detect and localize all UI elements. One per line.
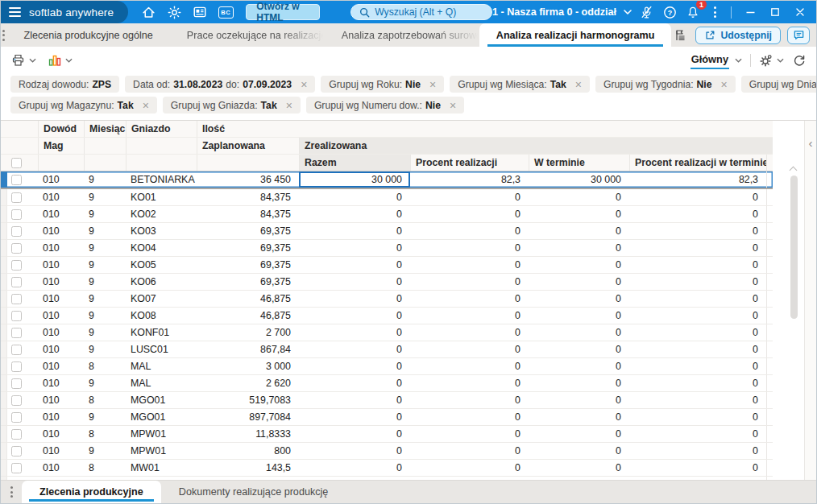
bottom-tab-1[interactable]: Dokumenty realizujące produkcję (161, 481, 346, 503)
cell-mag[interactable]: 010 (38, 240, 84, 256)
cell-razem[interactable]: 0 (299, 308, 410, 324)
cell-zaplanowana[interactable]: 143,5 (197, 460, 299, 476)
cell-procent-realizacji-w-terminie[interactable]: 0 (629, 477, 766, 480)
filter-chip[interactable]: Grupuj wg Miesiąca:Tak× (450, 76, 590, 93)
open-in-html-button[interactable]: Otwórz w HTML (246, 4, 320, 20)
bottom-tab-options-icon[interactable] (1, 481, 22, 503)
cell-miesiac[interactable]: 9 (84, 291, 126, 307)
cell-mag[interactable]: 010 (38, 274, 84, 290)
table-row[interactable]: 0109KO0746,8750000 (1, 291, 773, 308)
filter-chip[interactable]: Grupuj wg Numeru dow.:Nie× (306, 97, 464, 114)
cell-razem[interactable]: 0 (299, 240, 410, 256)
row-checkbox[interactable] (11, 378, 22, 389)
cell-razem[interactable]: 0 (299, 426, 410, 442)
cell-procent-realizacji[interactable]: 0 (410, 291, 529, 307)
table-row[interactable]: 0109MW017430000 (1, 477, 773, 480)
row-checkbox[interactable] (11, 260, 22, 271)
cell-gniazdo[interactable]: MGO01 (126, 392, 197, 408)
cell-razem[interactable]: 0 (299, 392, 410, 408)
cell-razem[interactable]: 0 (299, 206, 410, 222)
refresh-button[interactable] (792, 53, 807, 68)
bell-icon[interactable]: 1 (684, 3, 702, 21)
tab-0[interactable]: Zlecenia produkcyjne ogólne (6, 23, 169, 47)
cell-w-terminie[interactable]: 0 (529, 392, 629, 408)
cell-zaplanowana[interactable]: 897,7084 (197, 409, 299, 425)
column-header-razem[interactable]: Razem (299, 155, 410, 171)
cell-zaplanowana[interactable]: 2 620 (197, 375, 299, 391)
cell-procent-realizacji-w-terminie[interactable]: 0 (629, 257, 766, 273)
column-header-procent-realizacji[interactable]: Procent realizacji (410, 155, 529, 171)
cell-miesiac[interactable]: 9 (84, 189, 126, 205)
column-header-zaplanowana[interactable]: Zaplanowana (197, 138, 299, 154)
close-button[interactable] (790, 3, 810, 21)
table-row[interactable]: 0109BETONIARKA36 45030 00082,330 00082,3 (1, 171, 773, 189)
cell-gniazdo[interactable]: KO03 (126, 223, 197, 239)
minimize-button[interactable] (740, 3, 760, 21)
cell-gniazdo[interactable]: MPW01 (126, 426, 197, 442)
table-row[interactable]: 0109MPW018000000 (1, 443, 773, 460)
cell-w-terminie[interactable]: 0 (529, 426, 629, 442)
row-checkbox[interactable] (11, 395, 22, 406)
tab-options-icon[interactable] (1, 23, 6, 47)
row-checkbox[interactable] (11, 209, 22, 220)
column-header-dowod[interactable]: Dowód (38, 121, 84, 137)
cell-miesiac[interactable]: 9 (84, 171, 126, 188)
cell-zaplanowana[interactable]: 69,375 (197, 240, 299, 256)
cell-zaplanowana[interactable]: 519,7083 (197, 392, 299, 408)
row-checkbox[interactable] (11, 429, 22, 440)
cell-procent-realizacji-w-terminie[interactable]: 0 (629, 206, 766, 222)
cell-razem[interactable]: 0 (299, 375, 410, 391)
search-input[interactable] (375, 6, 483, 18)
cell-w-terminie[interactable]: 0 (529, 189, 629, 205)
cell-mag[interactable]: 010 (38, 257, 84, 273)
chip-close-icon[interactable]: × (143, 100, 149, 111)
row-checkbox[interactable] (11, 412, 22, 423)
select-all-checkbox[interactable] (11, 158, 22, 168)
cell-w-terminie[interactable]: 0 (529, 375, 629, 391)
cell-gniazdo[interactable]: MW01 (126, 460, 197, 476)
cell-w-terminie[interactable]: 0 (529, 291, 629, 307)
chip-close-icon[interactable]: × (301, 79, 307, 90)
cell-w-terminie[interactable]: 0 (529, 324, 629, 341)
cell-zaplanowana[interactable]: 69,375 (197, 274, 299, 290)
bottom-tab-0[interactable]: Zlecenia produkcyjne (22, 481, 161, 503)
cell-gniazdo[interactable]: LUSC01 (126, 341, 197, 357)
cell-zaplanowana[interactable]: 69,375 (197, 223, 299, 239)
filter-chip[interactable]: Grupuj wg Gniazda:Tak× (163, 97, 301, 114)
cell-gniazdo[interactable]: KO01 (126, 189, 197, 205)
table-row[interactable]: 0108MGO01519,70830000 (1, 392, 773, 409)
cell-miesiac[interactable]: 8 (84, 358, 126, 374)
cell-miesiac[interactable]: 9 (84, 324, 126, 341)
chip-close-icon[interactable]: × (450, 100, 456, 111)
cell-razem[interactable]: 0 (299, 223, 410, 239)
cell-procent-realizacji-w-terminie[interactable]: 0 (629, 375, 766, 391)
table-row[interactable]: 0109KO0369,3750000 (1, 223, 773, 240)
cell-w-terminie[interactable]: 0 (529, 257, 629, 273)
cell-razem[interactable]: 0 (299, 257, 410, 273)
cell-procent-realizacji[interactable]: 0 (410, 324, 529, 341)
cell-razem[interactable]: 0 (299, 358, 410, 374)
cell-procent-realizacji-w-terminie[interactable]: 0 (629, 274, 766, 290)
cell-w-terminie[interactable]: 0 (529, 409, 629, 425)
search-box[interactable] (350, 4, 492, 20)
cell-procent-realizacji[interactable]: 0 (410, 477, 529, 480)
filter-chip[interactable]: Grupuj wg Roku:Nie× (321, 76, 444, 93)
cell-zaplanowana[interactable]: 867,84 (197, 341, 299, 357)
mic-off-icon[interactable] (637, 3, 655, 21)
table-row[interactable]: 0109KONF012 7000000 (1, 324, 773, 341)
more-options-icon[interactable] (707, 6, 722, 18)
column-header-zrealizowana[interactable]: Zrealizowana (299, 138, 773, 154)
cell-procent-realizacji[interactable]: 82,3 (410, 171, 529, 188)
cell-gniazdo[interactable]: KO06 (126, 274, 197, 290)
cell-razem[interactable]: 0 (299, 291, 410, 307)
cell-gniazdo[interactable]: KO08 (126, 308, 197, 324)
cell-miesiac[interactable]: 8 (84, 392, 126, 408)
chart-button[interactable] (48, 53, 73, 68)
cell-razem[interactable]: 0 (299, 274, 410, 290)
table-row[interactable]: 0109KO0469,3750000 (1, 240, 773, 257)
cell-razem[interactable]: 0 (299, 189, 410, 205)
cell-w-terminie[interactable]: 30 000 (529, 171, 629, 188)
row-checkbox[interactable] (11, 328, 22, 338)
chip-close-icon[interactable]: × (286, 100, 292, 111)
cell-zaplanowana[interactable]: 46,875 (197, 308, 299, 324)
